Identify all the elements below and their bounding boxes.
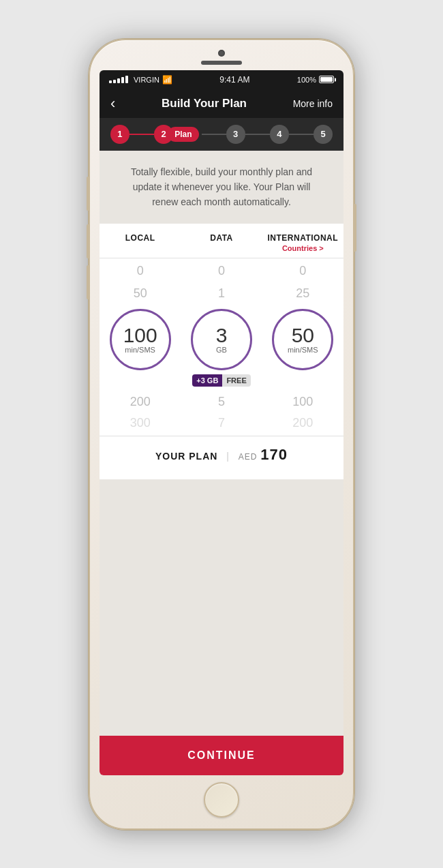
data-above-value: 1	[181, 286, 262, 301]
intl-value: 50	[292, 325, 314, 346]
local-title: LOCAL	[125, 233, 155, 243]
camera	[218, 50, 225, 57]
battery-icon	[319, 76, 334, 83]
local-value: 100	[123, 325, 157, 346]
step-5[interactable]: 5	[314, 125, 333, 144]
step-line-4	[289, 134, 314, 135]
values-top: 0 0 0	[100, 258, 343, 281]
local-header: LOCAL	[100, 233, 181, 252]
home-button[interactable]	[204, 782, 239, 818]
plan-label: YOUR PLAN	[155, 451, 217, 462]
promo-free: FREE	[222, 374, 250, 387]
separator: |	[226, 451, 230, 462]
local-circle[interactable]: 100 min/SMS	[110, 309, 171, 370]
home-button-area	[204, 775, 239, 819]
description-text: Totally flexible, build your monthly pla…	[100, 151, 343, 224]
page-title: Build Your Plan	[162, 97, 247, 110]
phone-frame: VIRGIN 📶 9:41 AM 100% ‹ Build Your Plan …	[89, 39, 354, 830]
status-right: 100%	[297, 76, 334, 84]
local-below-value: 200	[100, 395, 181, 409]
step-4[interactable]: 4	[270, 125, 289, 144]
back-button[interactable]: ‹	[110, 96, 115, 111]
intl-below-value: 100	[262, 395, 343, 409]
more-info-button[interactable]: More info	[293, 98, 333, 109]
local-top-value: 0	[100, 264, 181, 278]
local-circle-cell[interactable]: 100 min/SMS	[100, 309, 181, 370]
step-line-3	[245, 134, 270, 135]
promo-badge: +3 GB FREE	[192, 374, 250, 387]
data-top-value: 0	[181, 264, 262, 278]
screen: VIRGIN 📶 9:41 AM 100% ‹ Build Your Plan …	[100, 70, 343, 775]
data-circle[interactable]: 3 GB	[191, 309, 252, 370]
currency-label: AED	[239, 452, 258, 462]
data-header: DATA	[181, 233, 262, 252]
values-below-circles: 200 5 100	[100, 392, 343, 415]
intl-circle[interactable]: 50 min/SMS	[272, 309, 333, 370]
wifi-icon: 📶	[162, 75, 172, 85]
countries-link[interactable]: Countries >	[282, 244, 324, 252]
international-header: INTERNATIONAL Countries >	[262, 233, 343, 252]
status-bar: VIRGIN 📶 9:41 AM 100%	[100, 70, 343, 89]
gray-section	[100, 479, 343, 735]
step-2[interactable]: 2	[154, 125, 173, 144]
column-headers: LOCAL DATA INTERNATIONAL Countries >	[100, 224, 343, 258]
values-bottom: 300 7 200	[100, 415, 343, 436]
plan-summary-text: YOUR PLAN | AED 170	[155, 451, 288, 462]
local-unit: min/SMS	[125, 346, 155, 354]
data-title: DATA	[210, 233, 233, 243]
data-bottom2-value: 7	[181, 416, 262, 430]
intl-unit: min/SMS	[288, 346, 318, 354]
data-circle-cell[interactable]: 3 GB +3 GB FREE	[181, 309, 262, 387]
intl-bottom2-value: 200	[262, 416, 343, 430]
plan-builder: LOCAL DATA INTERNATIONAL Countries > 0 0…	[100, 224, 343, 479]
carrier-label: VIRGIN	[134, 76, 159, 84]
intl-circle-cell[interactable]: 50 min/SMS	[262, 309, 343, 370]
local-bottom2-value: 300	[100, 416, 181, 430]
step-line-2	[202, 134, 226, 135]
time-label: 9:41 AM	[219, 75, 249, 85]
nav-bar: ‹ Build Your Plan More info	[100, 89, 343, 118]
local-above-value: 50	[100, 286, 181, 301]
intl-above-value: 25	[262, 286, 343, 301]
promo-main: +3 GB	[192, 374, 222, 387]
step-3[interactable]: 3	[226, 125, 245, 144]
circles-row: 100 min/SMS 3 GB +3 GB FREE	[100, 303, 343, 392]
step-line-1	[129, 134, 154, 135]
intl-top-value: 0	[262, 264, 343, 278]
speaker	[201, 61, 242, 65]
step-indicator: 1 2 Plan 3 4 5	[100, 118, 343, 151]
step-1[interactable]: 1	[110, 125, 129, 144]
continue-button[interactable]: CONTINUE	[100, 736, 343, 775]
plan-summary: YOUR PLAN | AED 170	[100, 436, 343, 473]
status-left: VIRGIN 📶	[109, 75, 172, 85]
plan-amount: 170	[260, 446, 288, 463]
international-title: INTERNATIONAL	[268, 233, 339, 243]
data-value: 3	[216, 325, 228, 346]
data-below-value: 5	[181, 395, 262, 409]
data-unit: GB	[216, 346, 227, 354]
signal-icon	[109, 76, 128, 83]
battery-percent: 100%	[297, 76, 316, 84]
battery-fill	[320, 77, 333, 82]
values-above-circles: 50 1 25	[100, 281, 343, 303]
phone-top	[94, 50, 349, 70]
